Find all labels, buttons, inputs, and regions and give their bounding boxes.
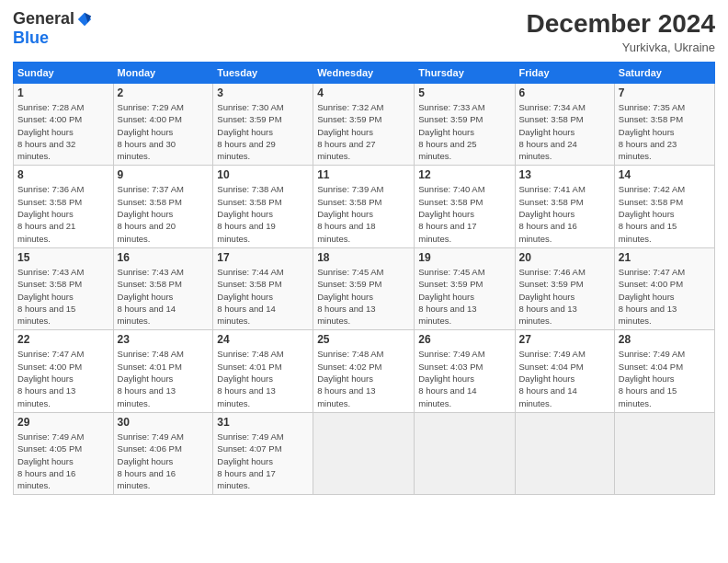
table-row: 20 Sunrise: 7:46 AM Sunset: 3:59 PM Dayl… [515, 247, 614, 329]
day-number: 11 [317, 168, 410, 181]
table-row: 30 Sunrise: 7:49 AM Sunset: 4:06 PM Dayl… [113, 412, 213, 494]
table-row [515, 412, 614, 494]
day-info: Sunrise: 7:49 AM Sunset: 4:06 PM Dayligh… [118, 431, 184, 490]
table-row: 4 Sunrise: 7:32 AM Sunset: 3:59 PM Dayli… [313, 84, 415, 166]
day-info: Sunrise: 7:46 AM Sunset: 3:59 PM Dayligh… [519, 267, 586, 326]
logo-general-text: General [13, 9, 74, 29]
table-row: 13 Sunrise: 7:41 AM Sunset: 3:58 PM Dayl… [515, 166, 614, 247]
day-number: 3 [217, 86, 309, 99]
day-info: Sunrise: 7:33 AM Sunset: 3:59 PM Dayligh… [418, 102, 484, 161]
calendar-table: Sunday Monday Tuesday Wednesday Thursday… [13, 62, 715, 495]
day-number: 6 [519, 86, 610, 99]
table-row: 19 Sunrise: 7:45 AM Sunset: 3:59 PM Dayl… [415, 247, 515, 329]
day-number: 12 [418, 168, 510, 181]
table-row: 25 Sunrise: 7:48 AM Sunset: 4:02 PM Dayl… [313, 330, 415, 412]
day-info: Sunrise: 7:48 AM Sunset: 4:01 PM Dayligh… [118, 349, 184, 408]
header-monday: Monday [113, 63, 213, 84]
day-number: 26 [418, 333, 510, 346]
table-row: 15 Sunrise: 7:43 AM Sunset: 3:58 PM Dayl… [14, 247, 114, 329]
day-info: Sunrise: 7:32 AM Sunset: 3:59 PM Dayligh… [317, 102, 383, 161]
day-info: Sunrise: 7:47 AM Sunset: 4:00 PM Dayligh… [17, 349, 84, 408]
table-row: 14 Sunrise: 7:42 AM Sunset: 3:58 PM Dayl… [614, 166, 714, 247]
day-number: 13 [519, 168, 610, 181]
day-number: 18 [317, 251, 410, 264]
table-row: 7 Sunrise: 7:35 AM Sunset: 3:58 PM Dayli… [614, 84, 714, 166]
table-row [313, 412, 415, 494]
day-number: 27 [519, 333, 610, 346]
day-info: Sunrise: 7:48 AM Sunset: 4:02 PM Dayligh… [317, 349, 383, 408]
day-info: Sunrise: 7:40 AM Sunset: 3:58 PM Dayligh… [418, 184, 484, 243]
header-saturday: Saturday [614, 63, 714, 84]
day-number: 17 [217, 251, 309, 264]
day-info: Sunrise: 7:30 AM Sunset: 3:59 PM Dayligh… [217, 102, 283, 161]
title-area: December 2024 Yurkivka, Ukraine [527, 9, 715, 54]
day-info: Sunrise: 7:36 AM Sunset: 3:58 PM Dayligh… [17, 184, 84, 243]
day-info: Sunrise: 7:43 AM Sunset: 3:58 PM Dayligh… [17, 267, 84, 326]
day-info: Sunrise: 7:42 AM Sunset: 3:58 PM Dayligh… [619, 184, 685, 243]
month-year-title: December 2024 [527, 9, 715, 39]
table-row: 17 Sunrise: 7:44 AM Sunset: 3:58 PM Dayl… [213, 247, 313, 329]
table-row: 1 Sunrise: 7:28 AM Sunset: 4:00 PM Dayli… [14, 84, 114, 166]
table-row: 12 Sunrise: 7:40 AM Sunset: 3:58 PM Dayl… [415, 166, 515, 247]
table-row: 16 Sunrise: 7:43 AM Sunset: 3:58 PM Dayl… [113, 247, 213, 329]
day-info: Sunrise: 7:44 AM Sunset: 3:58 PM Dayligh… [217, 267, 283, 326]
day-number: 1 [17, 86, 109, 99]
table-row: 2 Sunrise: 7:29 AM Sunset: 4:00 PM Dayli… [113, 84, 213, 166]
day-number: 24 [217, 333, 309, 346]
day-info: Sunrise: 7:47 AM Sunset: 4:00 PM Dayligh… [619, 267, 685, 326]
weekday-header-row: Sunday Monday Tuesday Wednesday Thursday… [14, 63, 715, 84]
day-number: 22 [17, 333, 109, 346]
day-number: 28 [619, 333, 711, 346]
day-info: Sunrise: 7:45 AM Sunset: 3:59 PM Dayligh… [317, 267, 383, 326]
day-number: 14 [619, 168, 711, 181]
header-friday: Friday [515, 63, 614, 84]
table-row: 24 Sunrise: 7:48 AM Sunset: 4:01 PM Dayl… [213, 330, 313, 412]
table-row: 5 Sunrise: 7:33 AM Sunset: 3:59 PM Dayli… [415, 84, 515, 166]
day-number: 10 [217, 168, 309, 181]
logo-blue-text: Blue [13, 29, 49, 47]
day-info: Sunrise: 7:29 AM Sunset: 4:00 PM Dayligh… [118, 102, 184, 161]
table-row: 3 Sunrise: 7:30 AM Sunset: 3:59 PM Dayli… [213, 84, 313, 166]
day-number: 9 [118, 168, 210, 181]
day-info: Sunrise: 7:28 AM Sunset: 4:00 PM Dayligh… [17, 102, 84, 161]
table-row: 8 Sunrise: 7:36 AM Sunset: 3:58 PM Dayli… [14, 166, 114, 247]
location-subtitle: Yurkivka, Ukraine [527, 40, 715, 54]
table-row: 18 Sunrise: 7:45 AM Sunset: 3:59 PM Dayl… [313, 247, 415, 329]
day-info: Sunrise: 7:37 AM Sunset: 3:58 PM Dayligh… [118, 184, 184, 243]
header-thursday: Thursday [415, 63, 515, 84]
table-row: 6 Sunrise: 7:34 AM Sunset: 3:58 PM Dayli… [515, 84, 614, 166]
table-row: 11 Sunrise: 7:39 AM Sunset: 3:58 PM Dayl… [313, 166, 415, 247]
table-row [415, 412, 515, 494]
table-row: 31 Sunrise: 7:49 AM Sunset: 4:07 PM Dayl… [213, 412, 313, 494]
header: General Blue December 2024 Yurkivka, Ukr… [13, 9, 715, 54]
table-row: 29 Sunrise: 7:49 AM Sunset: 4:05 PM Dayl… [14, 412, 114, 494]
day-info: Sunrise: 7:49 AM Sunset: 4:04 PM Dayligh… [519, 349, 586, 408]
table-row: 26 Sunrise: 7:49 AM Sunset: 4:03 PM Dayl… [415, 330, 515, 412]
day-number: 25 [317, 333, 410, 346]
table-row: 27 Sunrise: 7:49 AM Sunset: 4:04 PM Dayl… [515, 330, 614, 412]
day-info: Sunrise: 7:49 AM Sunset: 4:05 PM Dayligh… [17, 431, 84, 490]
day-number: 23 [118, 333, 210, 346]
day-info: Sunrise: 7:43 AM Sunset: 3:58 PM Dayligh… [118, 267, 184, 326]
day-info: Sunrise: 7:41 AM Sunset: 3:58 PM Dayligh… [519, 184, 586, 243]
table-row: 9 Sunrise: 7:37 AM Sunset: 3:58 PM Dayli… [113, 166, 213, 247]
day-number: 29 [17, 416, 109, 429]
day-info: Sunrise: 7:39 AM Sunset: 3:58 PM Dayligh… [317, 184, 383, 243]
day-number: 15 [17, 251, 109, 264]
day-info: Sunrise: 7:49 AM Sunset: 4:04 PM Dayligh… [619, 349, 685, 408]
day-number: 7 [619, 86, 711, 99]
day-number: 5 [418, 86, 510, 99]
table-row: 22 Sunrise: 7:47 AM Sunset: 4:00 PM Dayl… [14, 330, 114, 412]
day-info: Sunrise: 7:34 AM Sunset: 3:58 PM Dayligh… [519, 102, 586, 161]
day-number: 19 [418, 251, 510, 264]
day-number: 21 [619, 251, 711, 264]
day-number: 8 [17, 168, 109, 181]
day-number: 30 [118, 416, 210, 429]
day-number: 31 [217, 416, 309, 429]
day-number: 2 [118, 86, 210, 99]
table-row: 23 Sunrise: 7:48 AM Sunset: 4:01 PM Dayl… [113, 330, 213, 412]
table-row: 10 Sunrise: 7:38 AM Sunset: 3:58 PM Dayl… [213, 166, 313, 247]
day-number: 20 [519, 251, 610, 264]
day-info: Sunrise: 7:45 AM Sunset: 3:59 PM Dayligh… [418, 267, 484, 326]
table-row: 21 Sunrise: 7:47 AM Sunset: 4:00 PM Dayl… [614, 247, 714, 329]
